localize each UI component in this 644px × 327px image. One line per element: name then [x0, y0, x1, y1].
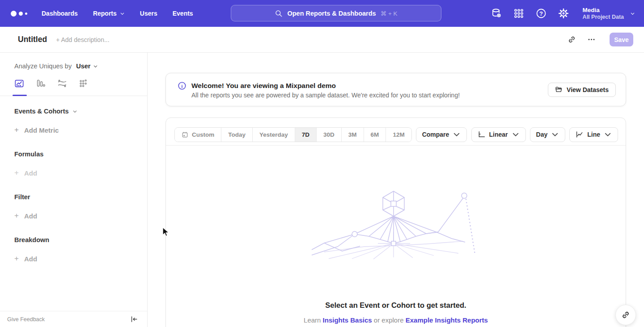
nav-reports[interactable]: Reports	[93, 10, 125, 17]
add-formula-button[interactable]: + Add	[14, 168, 147, 177]
compare-button[interactable]: Compare	[416, 127, 467, 142]
collapse-sidebar-button[interactable]	[130, 315, 138, 323]
chevron-down-icon	[93, 64, 98, 69]
banner-subtitle: All the reports you see are powered by a…	[191, 91, 460, 100]
sidebar-footer: Give Feedback	[0, 311, 147, 327]
filter-heading: Filter	[14, 193, 147, 201]
range-12m-label: 12M	[393, 131, 404, 138]
events-cohorts-heading[interactable]: Events & Cohorts	[14, 108, 147, 115]
linear-axes-icon	[478, 130, 486, 138]
query-builder-sidebar: Analyze Uniques by User	[0, 53, 148, 327]
report-header: Untitled + Add description... Save	[0, 27, 644, 53]
date-range-control: Custom Today Yesterday 7D 30D 3M 6M 12M	[174, 127, 412, 142]
add-description-field[interactable]: + Add description...	[56, 36, 109, 43]
chevron-down-icon	[453, 130, 461, 138]
scale-label: Linear	[489, 131, 508, 138]
nav-users[interactable]: Users	[140, 10, 157, 17]
empty-state-links: Learn Insights Basics or explore Example…	[166, 316, 626, 324]
range-30d[interactable]: 30D	[317, 128, 342, 142]
analyze-by-selector[interactable]: User	[76, 63, 98, 70]
collapse-left-icon	[130, 315, 138, 323]
events-cohorts-section: Events & Cohorts + Add Metric	[0, 96, 147, 134]
plus-icon: +	[14, 254, 19, 263]
flow-chart-icon	[57, 79, 67, 88]
line-chart-icon	[14, 79, 24, 88]
range-3m-label: 3M	[348, 131, 357, 138]
settings-gear-icon[interactable]	[558, 8, 569, 19]
learn-prefix: Learn	[304, 316, 323, 324]
data-management-icon[interactable]	[491, 8, 502, 19]
range-custom[interactable]: Custom	[175, 128, 221, 142]
example-reports-link[interactable]: Example Insights Reports	[406, 316, 488, 324]
navbar-right: ? Media All Project Data	[491, 0, 635, 27]
view-datasets-button[interactable]: View Datasets	[548, 83, 616, 97]
range-12m[interactable]: 12M	[386, 128, 411, 142]
search-icon	[275, 9, 283, 17]
nav-reports-label: Reports	[93, 10, 117, 17]
chart-type-label: Line	[587, 131, 600, 138]
nav-dashboards[interactable]: Dashboards	[42, 10, 78, 17]
empty-state-title: Select an Event or Cohort to get started…	[166, 301, 626, 310]
breakdown-section: Breakdown + Add	[0, 220, 147, 263]
add-filter-label: Add	[24, 212, 37, 220]
folder-icon	[555, 86, 563, 93]
chart-controls-row: Custom Today Yesterday 7D 30D 3M 6M 12M …	[166, 118, 626, 146]
chevron-down-icon	[630, 11, 635, 16]
mixpanel-logo[interactable]	[11, 11, 27, 17]
breakdown-heading: Breakdown	[14, 236, 147, 243]
line-chart-icon	[576, 130, 584, 138]
tab-flow-chart[interactable]	[57, 79, 68, 96]
project-name: Media	[583, 6, 624, 14]
interval-label: Day	[536, 131, 548, 138]
calendar-icon	[182, 131, 188, 138]
main-content: Welcome! You are viewing a Mixpanel demo…	[148, 53, 644, 327]
report-title[interactable]: Untitled	[18, 35, 47, 44]
range-today[interactable]: Today	[221, 128, 253, 142]
search-shortcut: ⌘ + K	[381, 10, 398, 17]
save-button[interactable]: Save	[610, 33, 633, 46]
add-metric-button[interactable]: + Add Metric	[14, 126, 147, 134]
help-icon[interactable]: ?	[535, 8, 547, 19]
copy-link-button[interactable]	[564, 32, 579, 47]
range-30d-label: 30D	[323, 131, 335, 138]
range-3m[interactable]: 3M	[342, 128, 364, 142]
add-breakdown-button[interactable]: + Add	[14, 254, 147, 263]
project-switcher[interactable]: Media All Project Data	[583, 6, 635, 21]
insights-chart-card: Custom Today Yesterday 7D 30D 3M 6M 12M …	[165, 117, 626, 327]
range-7d[interactable]: 7D	[295, 128, 317, 142]
tab-bar-chart[interactable]	[36, 79, 47, 96]
chart-type-tabs	[0, 76, 147, 96]
apps-grid-icon[interactable]	[513, 8, 525, 19]
ellipsis-icon	[587, 35, 596, 44]
add-filter-button[interactable]: + Add	[14, 211, 147, 220]
welcome-banner: Welcome! You are viewing a Mixpanel demo…	[165, 73, 626, 106]
formulas-section: Formulas + Add	[0, 134, 147, 177]
range-yesterday-label: Yesterday	[259, 131, 288, 138]
scale-selector[interactable]: Linear	[471, 127, 526, 142]
tab-line-chart[interactable]	[14, 79, 25, 96]
plus-icon: +	[14, 126, 19, 134]
give-feedback-link[interactable]: Give Feedback	[7, 316, 45, 323]
tab-metric-grid[interactable]	[79, 79, 89, 96]
plus-icon: +	[14, 168, 19, 177]
banner-title: Welcome! You are viewing a Mixpanel demo	[191, 81, 460, 91]
share-link-fab[interactable]	[615, 305, 636, 325]
chevron-down-icon	[551, 130, 559, 138]
top-navbar: Dashboards Reports Users Events Open Rep…	[0, 0, 644, 27]
add-breakdown-label: Add	[24, 255, 37, 263]
more-options-button[interactable]	[584, 32, 599, 47]
nav-dashboards-label: Dashboards	[42, 10, 78, 17]
add-formula-label: Add	[24, 169, 37, 177]
chart-type-selector[interactable]: Line	[569, 127, 618, 142]
compare-label: Compare	[422, 131, 449, 138]
analyze-prefix-label: Analyze Uniques by	[14, 63, 72, 70]
breakdown-label: Breakdown	[14, 236, 49, 243]
interval-selector[interactable]: Day	[530, 127, 566, 142]
global-search[interactable]: Open Reports & Dashboards ⌘ + K	[231, 5, 441, 21]
empty-state: Select an Event or Cohort to get started…	[166, 146, 626, 327]
range-yesterday[interactable]: Yesterday	[253, 128, 295, 142]
insights-basics-link[interactable]: Insights Basics	[323, 316, 372, 324]
range-6m[interactable]: 6M	[364, 128, 386, 142]
nav-events[interactable]: Events	[173, 10, 193, 17]
empty-state-illustration	[311, 189, 481, 260]
